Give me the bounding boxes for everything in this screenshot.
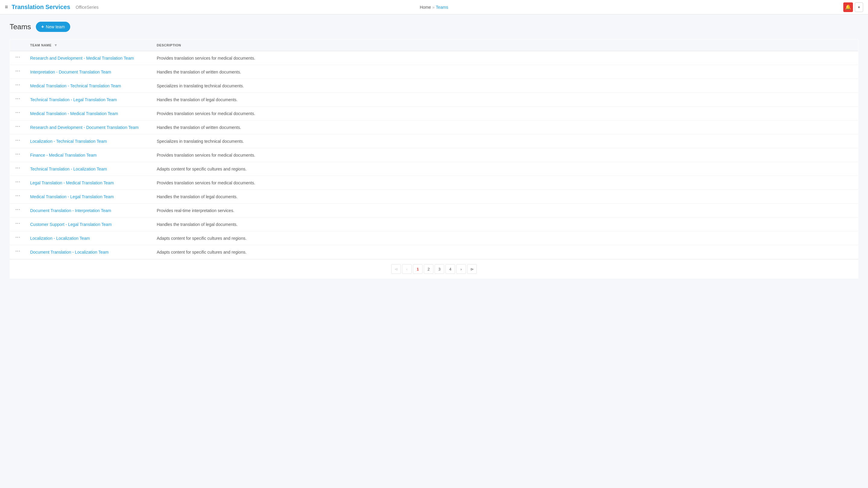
row-menu-dots[interactable]: ⋮ — [15, 152, 21, 157]
team-name-link[interactable]: Research and Development - Medical Trans… — [30, 56, 134, 61]
row-menu-cell: ⋮ — [10, 218, 26, 231]
row-menu-dots[interactable]: ⋮ — [15, 69, 21, 74]
team-description: Specializes in translating technical doc… — [157, 84, 244, 88]
row-menu-dots[interactable]: ⋮ — [15, 55, 21, 60]
team-name-link[interactable]: Technical Translation - Legal Translatio… — [30, 97, 117, 102]
team-description: Handles the translation of legal documen… — [157, 97, 238, 102]
row-name-cell: Research and Development - Document Tran… — [25, 121, 152, 134]
table-row: ⋮ Finance - Medical Translation Team Pro… — [10, 148, 858, 162]
page-title-row: Teams + New team — [10, 22, 858, 32]
team-name-link[interactable]: Document Translation - Localization Team — [30, 250, 108, 255]
table-row: ⋮ Medical Translation - Medical Translat… — [10, 107, 858, 121]
filter-icon[interactable]: ▼ — [54, 43, 58, 47]
row-name-cell: Document Translation - Interpretation Te… — [25, 204, 152, 218]
row-menu-dots[interactable]: ⋮ — [15, 83, 21, 88]
team-name-link[interactable]: Medical Translation - Legal Translation … — [30, 194, 114, 199]
row-description-cell: Provides translation services for medica… — [152, 148, 858, 162]
pagination-page-4[interactable]: 4 — [445, 264, 455, 274]
team-description: Provides translation services for medica… — [157, 181, 255, 185]
row-menu-cell: ⋮ — [10, 245, 26, 259]
page-title: Teams — [10, 23, 31, 31]
row-menu-cell: ⋮ — [10, 121, 26, 134]
page-content: Teams + New team TEAM NAME ▼ DESCRIPTION — [0, 14, 868, 286]
team-description: Adapts content for specific cultures and… — [157, 236, 247, 241]
new-team-label: New team — [46, 24, 65, 29]
team-name-link[interactable]: Document Translation - Interpretation Te… — [30, 208, 111, 213]
row-description-cell: Specializes in translating technical doc… — [152, 134, 858, 148]
team-name-link[interactable]: Technical Translation - Localization Tea… — [30, 167, 107, 171]
row-description-cell: Provides translation services for medica… — [152, 51, 858, 65]
row-menu-dots[interactable]: ⋮ — [15, 124, 21, 130]
row-menu-dots[interactable]: ⋮ — [15, 138, 21, 143]
hamburger-icon[interactable]: ≡ — [5, 4, 8, 10]
team-name-link[interactable]: Medical Translation - Medical Translatio… — [30, 111, 118, 116]
team-description: Handles the translation of written docum… — [157, 70, 241, 74]
row-menu-dots[interactable]: ⋮ — [15, 207, 21, 213]
col-header-menu — [10, 39, 26, 51]
new-team-button[interactable]: + New team — [36, 22, 70, 32]
team-name-link[interactable]: Customer Support - Legal Translation Tea… — [30, 222, 112, 227]
team-description: Specializes in translating technical doc… — [157, 139, 244, 144]
row-description-cell: Provides real-time interpretation servic… — [152, 204, 858, 218]
header-left: ≡ Translation Services OfficeSeries — [5, 4, 98, 10]
row-description-cell: Adapts content for specific cultures and… — [152, 162, 858, 176]
row-menu-dots[interactable]: ⋮ — [15, 166, 21, 171]
breadcrumb-current: Teams — [436, 5, 448, 10]
row-menu-dots[interactable]: ⋮ — [15, 180, 21, 185]
pagination-first[interactable]: ⊲ — [391, 264, 401, 274]
table-row: ⋮ Localization - Technical Translation T… — [10, 134, 858, 148]
row-name-cell: Localization - Localization Team — [25, 231, 152, 245]
row-name-cell: Medical Translation - Technical Translat… — [25, 79, 152, 93]
table-row: ⋮ Technical Translation - Localization T… — [10, 162, 858, 176]
table-row: ⋮ Research and Development - Document Tr… — [10, 121, 858, 134]
col-header-description: DESCRIPTION — [152, 39, 858, 51]
row-menu-cell: ⋮ — [10, 93, 26, 107]
table-row: ⋮ Medical Translation - Technical Transl… — [10, 79, 858, 93]
row-menu-dots[interactable]: ⋮ — [15, 193, 21, 199]
row-description-cell: Handles the translation of written docum… — [152, 121, 858, 134]
team-name-link[interactable]: Localization - Localization Team — [30, 236, 90, 241]
row-menu-dots[interactable]: ⋮ — [15, 110, 21, 116]
team-name-link[interactable]: Finance - Medical Translation Team — [30, 153, 97, 158]
row-menu-dots[interactable]: ⋮ — [15, 249, 21, 254]
pagination: ⊲ ‹ 1 2 3 4 › ⊳ — [10, 259, 858, 279]
row-description-cell: Adapts content for specific cultures and… — [152, 245, 858, 259]
row-description-cell: Handles the translation of legal documen… — [152, 190, 858, 204]
row-menu-cell: ⋮ — [10, 65, 26, 79]
row-description-cell: Handles the translation of legal documen… — [152, 93, 858, 107]
row-name-cell: Medical Translation - Legal Translation … — [25, 190, 152, 204]
pagination-page-3[interactable]: 3 — [435, 264, 444, 274]
notification-button[interactable]: 🔔 — [843, 2, 853, 12]
teams-table: TEAM NAME ▼ DESCRIPTION ⋮ Research and D… — [10, 39, 858, 259]
row-menu-dots[interactable]: ⋮ — [15, 235, 21, 240]
team-name-link[interactable]: Research and Development - Document Tran… — [30, 125, 138, 130]
breadcrumb: Home » Teams — [420, 5, 448, 10]
pagination-prev[interactable]: ‹ — [402, 264, 412, 274]
row-menu-cell: ⋮ — [10, 134, 26, 148]
row-menu-dots[interactable]: ⋮ — [15, 221, 21, 227]
pagination-next[interactable]: › — [456, 264, 466, 274]
app-subtitle: OfficeSeries — [76, 5, 98, 10]
team-description: Adapts content for specific cultures and… — [157, 167, 247, 171]
row-menu-cell: ⋮ — [10, 79, 26, 93]
team-name-link[interactable]: Legal Translation - Medical Translation … — [30, 181, 114, 185]
team-description: Provides translation services for medica… — [157, 111, 255, 116]
row-name-cell: Legal Translation - Medical Translation … — [25, 176, 152, 190]
pagination-page-1[interactable]: 1 — [413, 264, 423, 274]
team-description: Provides translation services for medica… — [157, 153, 255, 158]
header-dropdown-button[interactable]: ▾ — [855, 2, 863, 12]
pagination-page-2[interactable]: 2 — [424, 264, 433, 274]
team-name-link[interactable]: Interpretation - Document Translation Te… — [30, 70, 111, 74]
team-name-link[interactable]: Medical Translation - Technical Translat… — [30, 84, 121, 88]
row-menu-cell: ⋮ — [10, 231, 26, 245]
row-menu-cell: ⋮ — [10, 148, 26, 162]
row-description-cell: Adapts content for specific cultures and… — [152, 231, 858, 245]
team-description: Provides translation services for medica… — [157, 56, 255, 61]
chevron-down-icon: ▾ — [858, 5, 860, 9]
breadcrumb-home[interactable]: Home — [420, 5, 431, 10]
team-name-link[interactable]: Localization - Technical Translation Tea… — [30, 139, 107, 144]
row-menu-cell: ⋮ — [10, 162, 26, 176]
pagination-last[interactable]: ⊳ — [467, 264, 477, 274]
team-description: Adapts content for specific cultures and… — [157, 250, 247, 255]
row-menu-dots[interactable]: ⋮ — [15, 96, 21, 102]
